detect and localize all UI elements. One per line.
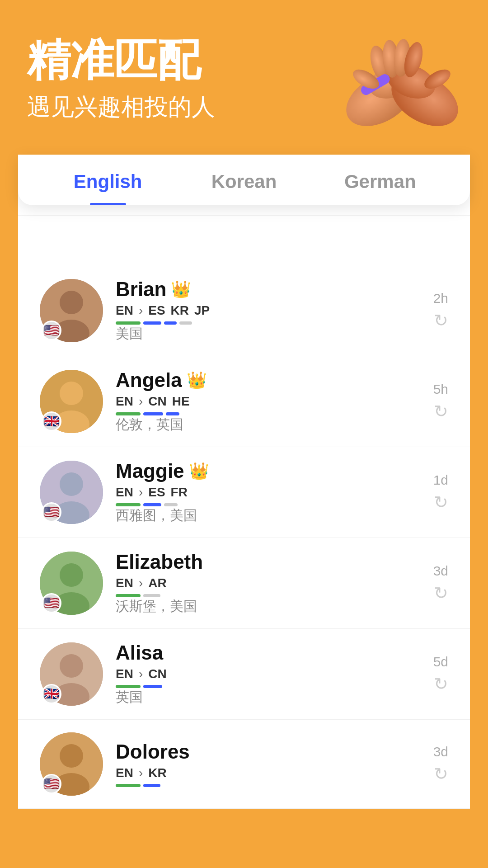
crown-icon: 👑 (187, 371, 207, 390)
lang-arrow-icon: › (139, 576, 143, 590)
user-item[interactable]: 🇺🇸 Elizabeth EN ›AR 沃斯堡，美国 3d ↻ (18, 538, 470, 629)
handshake-illustration (330, 9, 474, 136)
user-name: Maggie (116, 460, 184, 482)
user-meta: 5d ↻ (433, 654, 448, 694)
proficiency-bar (116, 321, 141, 325)
time-ago: 3d (433, 744, 448, 760)
proficiency-bar (116, 594, 141, 597)
user-info: Angela 👑 EN ›CNHE 伦敦，英国 (116, 369, 421, 434)
avatar-wrap: 🇬🇧 (40, 370, 103, 433)
lang-arrow-icon: › (139, 394, 143, 409)
svg-point-25 (60, 563, 83, 587)
lang-from: EN (116, 394, 133, 409)
refresh-icon[interactable]: ↻ (434, 311, 448, 330)
user-item[interactable]: 🇺🇸 Maggie 👑 EN ›ESFR 西雅图，美国 1d ↻ (18, 447, 470, 538)
lang-from: EN (116, 485, 133, 500)
user-info: Dolores EN ›KR (116, 741, 421, 787)
tab-german[interactable]: German (312, 155, 448, 205)
proficiency-bar (143, 594, 160, 597)
refresh-icon[interactable]: ↻ (434, 492, 448, 512)
svg-point-29 (60, 654, 83, 678)
user-meta: 2h ↻ (433, 291, 448, 330)
lang-arrow-icon: › (139, 667, 143, 681)
proficiency-bar (143, 784, 160, 787)
tab-english[interactable]: English (40, 155, 176, 205)
lang-to: JP (194, 303, 210, 318)
user-location: 西雅图，美国 (116, 506, 421, 525)
user-name-row: Maggie 👑 (116, 460, 421, 482)
avatar-wrap: 🇺🇸 (40, 552, 103, 615)
proficiency-bars (116, 412, 421, 415)
user-name: Dolores (116, 741, 190, 763)
time-ago: 5h (433, 382, 448, 397)
refresh-icon[interactable]: ↻ (434, 583, 448, 603)
proficiency-bar (164, 503, 178, 506)
svg-point-17 (60, 382, 83, 405)
lang-from: EN (116, 576, 133, 590)
lang-to: CN (148, 394, 166, 409)
main-card: 系统匹配 ▾ 🔍 English Korean German 🇺🇸 (18, 155, 470, 809)
user-name-row: Brian 👑 (116, 278, 421, 301)
proficiency-bar (164, 321, 177, 325)
proficiency-bar (143, 321, 161, 325)
lang-arrow-icon: › (139, 303, 143, 318)
lang-to: KR (148, 766, 166, 780)
proficiency-bars (116, 594, 421, 597)
lang-to: AR (148, 576, 166, 590)
refresh-icon[interactable]: ↻ (434, 401, 448, 421)
flag-badge: 🇺🇸 (42, 321, 61, 340)
proficiency-bars (116, 503, 421, 506)
user-name-row: Alisa (116, 642, 421, 664)
flag-badge: 🇬🇧 (42, 411, 61, 431)
crown-icon: 👑 (171, 280, 191, 299)
lang-row: EN ›ESFR (116, 485, 421, 500)
user-name: Angela (116, 369, 182, 392)
proficiency-bars (116, 321, 421, 325)
lang-row: EN ›CN (116, 667, 421, 681)
user-info: Elizabeth EN ›AR 沃斯堡，美国 (116, 551, 421, 616)
refresh-icon[interactable]: ↻ (434, 674, 448, 694)
avatar-wrap: 🇬🇧 (40, 642, 103, 706)
lang-to: CN (148, 667, 166, 681)
svg-point-33 (60, 744, 83, 768)
proficiency-bars (116, 685, 421, 688)
proficiency-bar (116, 412, 141, 415)
svg-point-21 (60, 472, 83, 496)
lang-row: EN ›KR (116, 766, 421, 780)
proficiency-bar (143, 503, 161, 506)
user-item[interactable]: 🇺🇸 Dolores EN ›KR 3d ↻ (18, 720, 470, 809)
lang-to: HE (172, 394, 190, 409)
user-info: Maggie 👑 EN ›ESFR 西雅图，美国 (116, 460, 421, 525)
lang-to: ES (148, 303, 165, 318)
user-name: Elizabeth (116, 551, 203, 573)
proficiency-bar (143, 412, 163, 415)
tab-korean[interactable]: Korean (176, 155, 312, 205)
avatar-wrap: 🇺🇸 (40, 732, 103, 796)
user-item[interactable]: 🇺🇸 Brian 👑 EN ›ESKRJP 美国 2h ↻ (18, 265, 470, 356)
user-meta: 5h ↻ (433, 382, 448, 421)
header-section: 精准匹配 遇见兴趣相投的人 (0, 0, 488, 141)
time-ago: 2h (433, 291, 448, 306)
user-location: 美国 (116, 325, 421, 343)
proficiency-bar (116, 503, 141, 506)
user-name: Brian (116, 278, 166, 301)
proficiency-bar (116, 685, 141, 688)
refresh-icon[interactable]: ↻ (434, 764, 448, 784)
proficiency-bars (116, 784, 421, 787)
flag-badge: 🇺🇸 (42, 774, 61, 794)
user-list: 🇺🇸 Brian 👑 EN ›ESKRJP 美国 2h ↻ (18, 265, 470, 809)
lang-from: EN (116, 303, 133, 318)
language-tabs: English Korean German (18, 155, 470, 205)
user-location: 伦敦，英国 (116, 415, 421, 434)
flag-badge: 🇺🇸 (42, 502, 61, 522)
user-name-row: Elizabeth (116, 551, 421, 573)
user-item[interactable]: 🇬🇧 Alisa EN ›CN 英国 5d ↻ (18, 629, 470, 720)
proficiency-bar (179, 321, 192, 325)
time-ago: 1d (433, 472, 448, 488)
lang-row: EN ›CNHE (116, 394, 421, 409)
avatar-wrap: 🇺🇸 (40, 461, 103, 524)
user-info: Alisa EN ›CN 英国 (116, 642, 421, 707)
flag-badge: 🇬🇧 (42, 684, 61, 704)
user-item[interactable]: 🇬🇧 Angela 👑 EN ›CNHE 伦敦，英国 5h ↻ (18, 356, 470, 447)
lang-arrow-icon: › (139, 766, 143, 780)
